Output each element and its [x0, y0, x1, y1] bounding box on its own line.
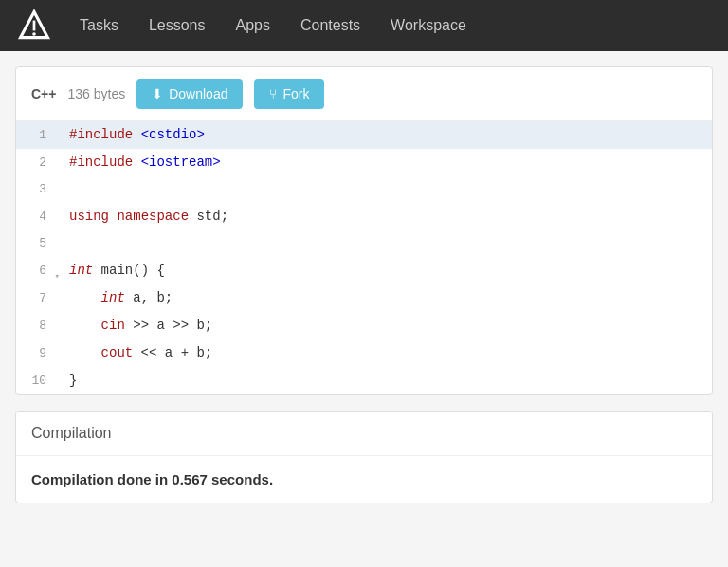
line-content: }	[62, 367, 77, 393]
code-line: 1 #include <cstdio>	[16, 121, 712, 149]
line-number: 10	[16, 368, 62, 394]
download-button[interactable]: ⬇ Download	[136, 79, 243, 109]
line-content: using namespace std;	[62, 203, 228, 229]
fork-label: Fork	[282, 86, 309, 101]
nav-tasks[interactable]: Tasks	[68, 11, 130, 40]
fork-button[interactable]: ⑂ Fork	[254, 79, 324, 109]
line-number: 3	[16, 176, 62, 203]
code-line: 4 using namespace std;	[16, 203, 712, 230]
compilation-header: Compilation	[16, 412, 712, 456]
line-number: 6▾	[16, 258, 62, 284]
compilation-result: Compilation done in 0.567 seconds.	[16, 456, 712, 503]
line-number: 9	[16, 340, 62, 367]
nav-contests[interactable]: Contests	[289, 11, 372, 40]
compilation-panel: Compilation Compilation done in 0.567 se…	[15, 411, 713, 503]
code-line: 5	[16, 230, 712, 257]
line-number: 1	[16, 122, 62, 149]
logo[interactable]	[15, 7, 53, 45]
code-line: 10 }	[16, 367, 712, 394]
code-area: 1 #include <cstdio> 2 #include <iostream…	[16, 121, 712, 394]
code-panel: C++ 136 bytes ⬇ Download ⑂ Fork 1 #inclu…	[15, 66, 713, 395]
code-size: 136 bytes	[67, 86, 125, 101]
nav-apps[interactable]: Apps	[225, 11, 282, 40]
line-content: cin >> a >> b;	[62, 312, 212, 338]
line-number: 2	[16, 150, 62, 176]
code-lang: C++	[31, 86, 56, 101]
line-content: int a, b;	[62, 284, 173, 311]
line-number: 4	[16, 204, 62, 230]
line-content: #include <iostream>	[62, 149, 221, 175]
code-line: 2 #include <iostream>	[16, 149, 712, 176]
nav-lessons[interactable]: Lessons	[137, 11, 217, 40]
code-line: 9 cout << a + b;	[16, 339, 712, 367]
navbar-links: Tasks Lessons Apps Contests Workspace	[68, 11, 478, 40]
code-line: 3	[16, 176, 712, 203]
code-line: 6▾ int main() {	[16, 257, 712, 284]
download-label: Download	[169, 86, 228, 101]
line-content: int main() {	[62, 257, 165, 284]
fork-icon: ⑂	[269, 86, 277, 101]
line-number: 8	[16, 313, 62, 339]
code-line: 7 int a, b;	[16, 284, 712, 312]
code-line: 8 cin >> a >> b;	[16, 312, 712, 339]
main-content: C++ 136 bytes ⬇ Download ⑂ Fork 1 #inclu…	[0, 51, 728, 519]
navbar: Tasks Lessons Apps Contests Workspace	[0, 0, 728, 51]
svg-point-2	[32, 32, 36, 36]
line-content: #include <cstdio>	[62, 121, 205, 148]
download-icon: ⬇	[152, 86, 163, 101]
code-toolbar: C++ 136 bytes ⬇ Download ⑂ Fork	[16, 67, 712, 121]
line-number: 7	[16, 285, 62, 312]
nav-workspace[interactable]: Workspace	[379, 11, 478, 40]
line-number: 5	[16, 230, 62, 257]
line-content: cout << a + b;	[62, 339, 212, 366]
